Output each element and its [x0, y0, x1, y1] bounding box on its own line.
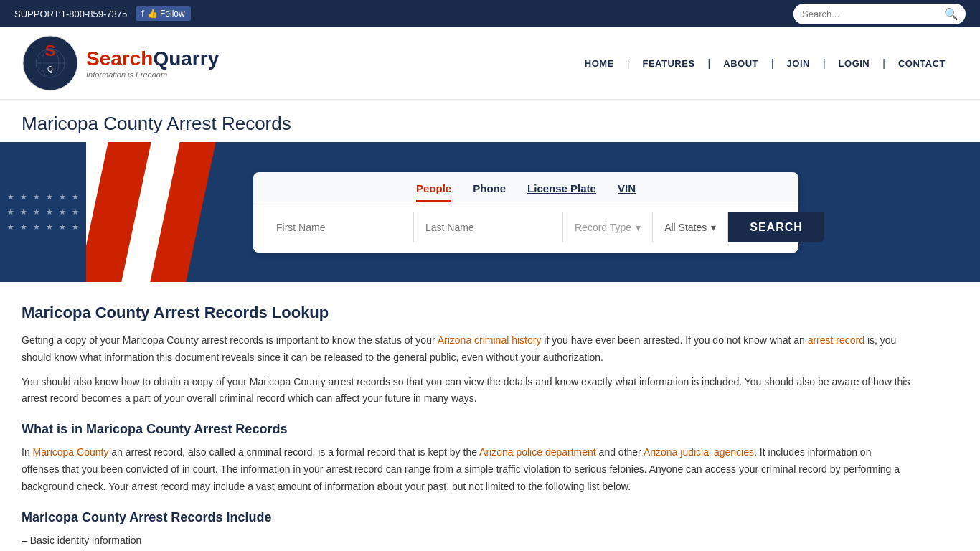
link-maricopa-county[interactable]: Maricopa County: [33, 446, 109, 458]
section3-heading: Maricopa County Arrest Records Include: [22, 510, 911, 525]
content-intro-p2: You should also know how to obtain a cop…: [22, 374, 911, 408]
main-content: Maricopa County Arrest Records Lookup Ge…: [0, 282, 933, 551]
logo-text-quarry: Quarry: [153, 47, 219, 70]
record-type-dropdown[interactable]: Record Type ▾: [563, 212, 653, 242]
logo-subtitle: Information is Freedom: [86, 70, 219, 79]
section2-heading: What is in Maricopa County Arrest Record…: [22, 422, 911, 437]
link-police-dept[interactable]: Arizona police department: [479, 446, 596, 458]
fb-icon: f: [141, 9, 143, 19]
nav-about[interactable]: ABOUT: [710, 58, 771, 69]
record-type-label: Record Type: [575, 222, 631, 233]
top-search-input[interactable]: [793, 5, 937, 23]
tab-people[interactable]: People: [416, 182, 451, 202]
fb-follow-button[interactable]: f 👍 Follow: [136, 6, 190, 21]
top-search-button[interactable]: 🔍: [937, 4, 966, 24]
logo-text-search: Search: [86, 47, 153, 70]
tab-vin[interactable]: VIN: [618, 182, 636, 202]
tab-license-plate[interactable]: License Plate: [527, 182, 596, 202]
records-list: Basic identity information History of ad…: [22, 532, 911, 551]
hero-banner: ★ ★ ★ ★ ★ ★ ★ ★ ★ ★ ★ ★ ★ ★ ★ ★ ★ ★: [0, 142, 980, 282]
all-states-label: All States: [664, 222, 707, 233]
all-states-chevron: ▾: [711, 222, 716, 233]
logo-icon: S Q: [22, 34, 79, 92]
content-section2-p: In Maricopa County an arrest record, als…: [22, 444, 911, 495]
nav-home[interactable]: HOME: [572, 58, 627, 69]
search-tabs: People Phone License Plate VIN: [253, 172, 798, 202]
svg-text:Q: Q: [47, 65, 53, 73]
logo-area: S Q SearchQuarry Information is Freedom: [22, 34, 219, 92]
nav-features[interactable]: FEATURES: [630, 58, 708, 69]
header: S Q SearchQuarry Information is Freedom …: [0, 27, 980, 100]
content-intro-p1: Getting a copy of your Maricopa County a…: [22, 332, 911, 367]
all-states-dropdown[interactable]: All States ▾: [653, 212, 728, 242]
nav-contact[interactable]: CONTACT: [885, 58, 958, 69]
top-search-bar[interactable]: 🔍: [793, 4, 966, 24]
link-arrest-record[interactable]: arrest record: [808, 334, 864, 346]
link-judicial[interactable]: Arizona judicial agencies: [644, 446, 754, 458]
page-title: Maricopa County Arrest Records: [22, 113, 958, 135]
nav-login[interactable]: LOGIN: [826, 58, 883, 69]
main-nav: HOME | FEATURES | ABOUT | JOIN | LOGIN |…: [572, 57, 958, 69]
tab-phone[interactable]: Phone: [473, 182, 506, 202]
nav-join[interactable]: JOIN: [774, 58, 823, 69]
support-text: SUPPORT:1-800-859-7375: [14, 9, 127, 19]
link-az-criminal[interactable]: Arizona criminal history: [438, 334, 542, 346]
list-item-1: History of addresses of residence: [22, 548, 911, 551]
first-name-input[interactable]: [265, 212, 414, 242]
list-item-0: Basic identity information: [22, 532, 911, 548]
search-panel: People Phone License Plate VIN Record Ty…: [253, 172, 798, 253]
top-bar-left: SUPPORT:1-800-859-7375 f 👍 Follow: [14, 6, 191, 21]
search-inputs: Record Type ▾ All States ▾ SEARCH: [253, 202, 798, 253]
content-heading: Maricopa County Arrest Records Lookup: [22, 303, 911, 322]
search-submit-button[interactable]: SEARCH: [728, 212, 824, 242]
last-name-input[interactable]: [414, 212, 563, 242]
page-title-area: Maricopa County Arrest Records: [0, 100, 980, 142]
top-bar: SUPPORT:1-800-859-7375 f 👍 Follow 🔍: [0, 0, 980, 27]
fb-label: 👍 Follow: [147, 9, 185, 19]
record-type-chevron: ▾: [636, 222, 641, 233]
